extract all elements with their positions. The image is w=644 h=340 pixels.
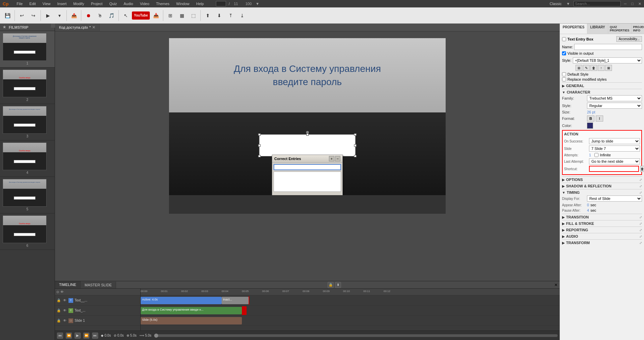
last-attempt-select[interactable]: Go to the next slide	[589, 158, 640, 164]
handle-ml[interactable]	[258, 144, 261, 147]
default-style-checkbox[interactable]	[562, 72, 566, 76]
menu-view[interactable]: View	[41, 1, 52, 6]
reporting-expand[interactable]: ⤢	[639, 228, 642, 232]
menu-help[interactable]: Help	[195, 1, 205, 6]
handle-tl[interactable]	[258, 133, 261, 136]
transform-expand[interactable]: ⤢	[639, 241, 642, 245]
tl-bar-slide[interactable]: Slide (5.0s)	[141, 317, 242, 324]
filmstrip-scroll[interactable]: Для входа в Систему управлениявведите па…	[0, 31, 55, 340]
search-input[interactable]	[573, 1, 621, 6]
youtube-btn[interactable]: YouTube	[132, 11, 150, 20]
handle-tr[interactable]	[354, 133, 357, 136]
shortcut-input[interactable]: Enter	[589, 166, 639, 172]
attempts-value[interactable]: 1	[589, 153, 591, 157]
tl-bar-active[interactable]: Active: 4.0s	[141, 297, 222, 304]
correct-entries-remove[interactable]: −	[335, 156, 340, 161]
layer-down-button[interactable]: ⬇	[214, 9, 225, 22]
slide-thumb-2[interactable]: Ошибка ввода 2	[0, 68, 55, 104]
menu-edit[interactable]: Edit	[28, 1, 37, 6]
transition-section[interactable]: ▶ TRANSITION ⤢	[562, 214, 642, 220]
preview-button[interactable]: ▶	[43, 9, 53, 22]
correct-entries-textarea[interactable]	[274, 172, 341, 192]
menu-audio[interactable]: Audio	[122, 1, 135, 6]
style-select[interactable]: +[Default TEB Style]_1	[573, 57, 642, 63]
save-button[interactable]: 💾	[2, 9, 13, 22]
menu-modify[interactable]: Modify	[72, 1, 85, 6]
handle-mr[interactable]	[354, 144, 357, 147]
tl-play-start[interactable]: ⏮	[57, 333, 63, 339]
name-input[interactable]: Text_Entry_Box_1	[574, 44, 642, 50]
undo-button[interactable]: ↩	[17, 9, 27, 22]
menu-file[interactable]: File	[15, 1, 24, 6]
handle-br[interactable]	[354, 155, 357, 157]
slide-thumb-5[interactable]: Для входа в Систему управления введите п…	[0, 177, 55, 213]
appear-after-value[interactable]: 0	[587, 203, 589, 207]
size-value[interactable]: 26 pt	[587, 110, 595, 114]
options-expand[interactable]: ⤢	[639, 178, 642, 182]
tl-play-btn[interactable]: ▶	[75, 333, 81, 339]
text-entry-box-inner[interactable]	[259, 134, 356, 156]
timeline-tab-timeline[interactable]: TIMELINE	[55, 281, 81, 288]
redo-button[interactable]: ↪	[28, 9, 39, 22]
reporting-section[interactable]: ▶ REPORTING ⤢	[562, 227, 642, 233]
canvas-area[interactable]: Для входа в Систему управлениявведите па…	[55, 31, 560, 281]
table-button[interactable]: ⊞	[165, 9, 176, 22]
tl-lock-2[interactable]: 🔒	[56, 308, 61, 313]
style-btn-1[interactable]: ⊞	[576, 65, 582, 71]
menu-window[interactable]: Window	[175, 1, 191, 6]
tl-play-end[interactable]: ⏭	[92, 333, 98, 339]
layer-up-button[interactable]: ⬆	[202, 9, 213, 22]
color-swatch[interactable]	[587, 123, 593, 129]
preview-dropdown[interactable]: ▾	[54, 9, 65, 22]
tl-scrubber[interactable]	[154, 334, 558, 337]
handle-bl[interactable]	[258, 155, 261, 157]
classic-dropdown[interactable]: ▼	[565, 1, 571, 6]
audio-expand[interactable]: ⤢	[639, 235, 642, 238]
tl-bar-inactive[interactable]: Inact...	[222, 297, 249, 304]
accessibility-button[interactable]: Accessibility...	[616, 36, 642, 42]
menu-video[interactable]: Video	[139, 1, 151, 6]
fill-stroke-section[interactable]: ▶ FILL & STROKE ⤢	[562, 220, 642, 227]
layer-top-button[interactable]: ⤒	[225, 9, 236, 22]
timeline-tab-master[interactable]: MASTER SLIDE	[81, 282, 116, 288]
format-italic[interactable]: I	[596, 115, 603, 122]
tl-scrubber-thumb[interactable]	[154, 334, 158, 338]
audio-record-button[interactable]: 🎵	[106, 9, 117, 22]
mouse-button[interactable]: ↖	[120, 9, 131, 22]
on-success-select[interactable]: Jump to slide	[589, 138, 640, 144]
widget-button[interactable]: ⬚	[188, 9, 199, 22]
shortcut-clear-btn[interactable]: 🗑	[640, 166, 644, 172]
pause-after-value[interactable]: 4	[587, 208, 589, 212]
format-bold[interactable]: B	[587, 115, 594, 122]
tl-eye-1[interactable]: 👁	[62, 298, 67, 303]
zoom-dropdown[interactable]: ▼	[254, 1, 261, 6]
pointer-button[interactable]: 🖱	[94, 9, 105, 22]
text-entry-box[interactable]	[259, 134, 356, 156]
slide-number-input[interactable]: 1	[216, 1, 226, 6]
menu-insert[interactable]: Insert	[56, 1, 68, 6]
style-btn-2[interactable]: ✎	[583, 65, 590, 71]
layout-button[interactable]: ▦	[176, 9, 187, 22]
character-section[interactable]: ▼ CHARACTER	[562, 89, 642, 95]
props-tab-properties[interactable]: PROPERTIES	[560, 24, 587, 34]
menu-quiz[interactable]: Quiz	[108, 1, 118, 6]
menu-themes[interactable]: Themes	[155, 1, 171, 6]
timing-expand[interactable]: ⤢	[639, 191, 642, 194]
tl-bar-text[interactable]: Для входа в Систему управления введи н..…	[141, 307, 242, 314]
general-section[interactable]: ▶ GENERAL	[562, 82, 642, 89]
timeline-close[interactable]: ✕	[552, 283, 560, 287]
transform-section[interactable]: ▶ TRANSFORM ⤢	[562, 239, 642, 246]
style-btn-4[interactable]: ↑	[598, 65, 605, 71]
props-tab-project[interactable]: PROJECT INFO	[632, 24, 644, 34]
record-button[interactable]: ⏺	[83, 9, 94, 22]
tl-lock-3[interactable]: 🔒	[56, 318, 61, 323]
audio-section[interactable]: ▶ AUDIO ⤢	[562, 233, 642, 239]
slide-thumb-4[interactable]: Ошибка ввода 4	[0, 140, 55, 177]
slide-thumb-3[interactable]: Для входа в Систему управления введите п…	[0, 104, 55, 140]
tl-expand[interactable]: ⬍	[335, 282, 341, 288]
style-btn-5[interactable]: ⊠	[605, 65, 612, 71]
window-maximize[interactable]: □	[630, 1, 635, 6]
infinite-checkbox[interactable]	[594, 153, 598, 157]
style-btn-3[interactable]: 🗑	[590, 65, 597, 71]
menu-project[interactable]: Project	[90, 1, 104, 6]
